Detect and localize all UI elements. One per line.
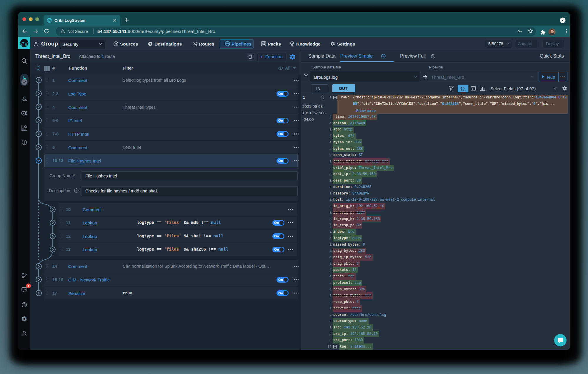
svg-text:?: ?: [383, 55, 384, 58]
svg-text:?: ?: [76, 189, 77, 192]
svg-text:?: ?: [432, 55, 434, 58]
